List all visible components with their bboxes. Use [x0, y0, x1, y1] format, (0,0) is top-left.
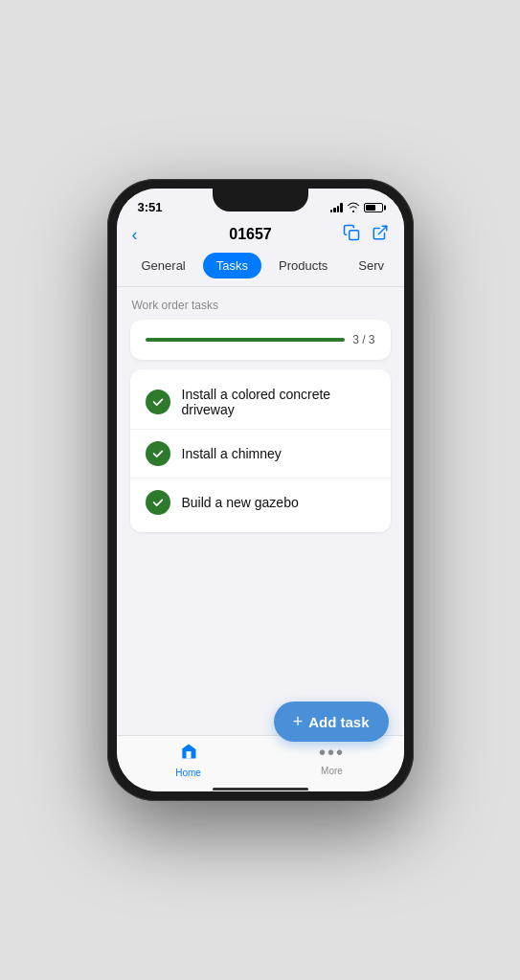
- phone-screen: 3:51 ‹ 01657: [117, 189, 404, 791]
- tab-tasks[interactable]: Tasks: [203, 253, 261, 278]
- header-actions: [343, 224, 389, 245]
- phone-frame: 3:51 ‹ 01657: [107, 179, 414, 801]
- tasks-card: Install a colored concrete driveway Inst…: [130, 369, 391, 532]
- task-check-icon: [146, 441, 170, 466]
- task-item[interactable]: Build a new gazebo: [130, 479, 391, 526]
- status-time: 3:51: [138, 200, 163, 214]
- svg-rect-0: [349, 231, 358, 240]
- tabs-bar: General Tasks Products Serv: [117, 253, 404, 287]
- progress-label: 3 / 3: [352, 333, 374, 346]
- nav-more[interactable]: ••• More: [260, 742, 404, 778]
- share-icon[interactable]: [372, 224, 389, 245]
- add-task-button[interactable]: + Add task: [274, 702, 389, 742]
- section-label: Work order tasks: [130, 299, 391, 312]
- home-icon: [179, 742, 198, 766]
- page-title: 01657: [229, 226, 272, 243]
- progress-bar-fill: [146, 338, 346, 342]
- task-check-icon: [146, 390, 170, 414]
- nav-more-label: More: [321, 766, 343, 776]
- content-area: Work order tasks 3 / 3: [117, 287, 404, 735]
- signal-icon: [330, 203, 343, 212]
- battery-icon: [364, 203, 383, 212]
- task-label: Install a colored concrete driveway: [182, 387, 375, 417]
- task-item[interactable]: Install a colored concrete driveway: [130, 375, 391, 430]
- tab-serv[interactable]: Serv: [345, 253, 397, 278]
- notch: [213, 189, 308, 212]
- progress-card: 3 / 3: [130, 320, 391, 360]
- back-button[interactable]: ‹: [132, 225, 159, 245]
- fab-label: Add task: [308, 714, 369, 730]
- more-icon: •••: [319, 742, 345, 764]
- wifi-icon: [347, 202, 360, 212]
- svg-line-1: [378, 226, 386, 234]
- task-label: Install a chimney: [182, 446, 282, 461]
- task-check-icon: [146, 490, 170, 515]
- plus-icon: +: [293, 713, 304, 730]
- copy-icon[interactable]: [343, 224, 360, 245]
- bottom-nav: Home ••• More: [117, 735, 404, 788]
- progress-row: 3 / 3: [146, 333, 375, 346]
- home-indicator: [117, 788, 404, 791]
- progress-bar-background: [146, 338, 346, 342]
- nav-home-label: Home: [175, 768, 201, 778]
- home-bar: [213, 788, 308, 791]
- task-item[interactable]: Install a chimney: [130, 430, 391, 479]
- tab-products[interactable]: Products: [265, 253, 341, 278]
- tab-general[interactable]: General: [128, 253, 199, 278]
- header: ‹ 01657: [117, 218, 404, 253]
- task-label: Build a new gazebo: [182, 495, 299, 510]
- nav-home[interactable]: Home: [117, 742, 260, 778]
- status-icons: [330, 202, 383, 212]
